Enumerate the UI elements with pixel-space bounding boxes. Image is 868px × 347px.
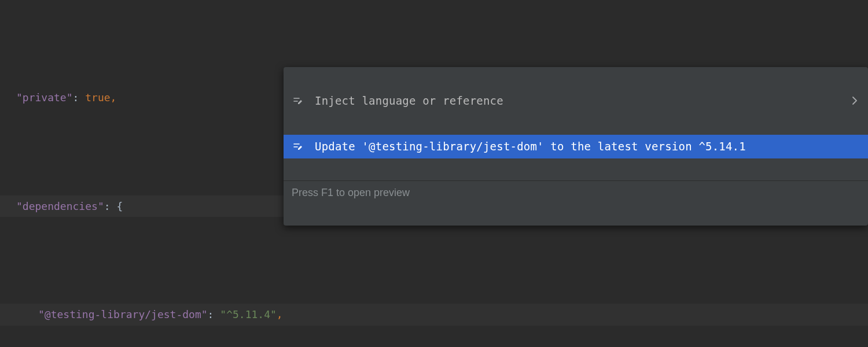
edit-icon bbox=[292, 95, 304, 108]
popup-hint-text: Press F1 to open preview bbox=[292, 187, 410, 198]
code-editor[interactable]: "private": true, "dependencies": { "@tes… bbox=[0, 0, 868, 347]
json-string: "^5.11.4" bbox=[220, 308, 277, 320]
json-key: "private" bbox=[16, 91, 73, 104]
json-key: "@testing-library/jest-dom" bbox=[38, 308, 208, 320]
intention-action-label: Inject language or reference bbox=[315, 95, 819, 106]
edit-icon bbox=[292, 141, 304, 153]
intention-action-inject[interactable]: Inject language or reference bbox=[284, 89, 868, 113]
code-line: "@testing-library/jest-dom": "^5.11.4", bbox=[0, 304, 868, 326]
intention-action-label: Update '@testing-library/jest-dom' to th… bbox=[315, 141, 858, 152]
chevron-right-icon bbox=[829, 86, 858, 117]
popup-hint: Press F1 to open preview bbox=[284, 180, 868, 204]
json-bool: true bbox=[85, 91, 110, 104]
intention-action-update-dependency[interactable]: Update '@testing-library/jest-dom' to th… bbox=[284, 135, 868, 158]
intention-actions-popup: Inject language or reference Update '@te… bbox=[284, 67, 868, 226]
json-key: "dependencies" bbox=[16, 200, 104, 212]
